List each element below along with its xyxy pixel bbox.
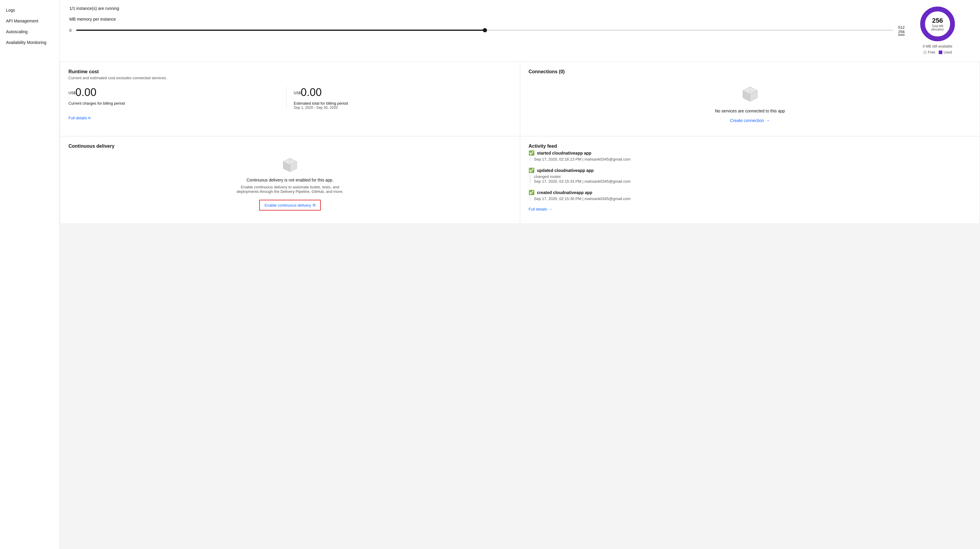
slider-row: 0 512 256 — [69, 25, 905, 35]
no-services-text: No services are connected to this app — [715, 108, 785, 113]
activity-border-2 — [530, 174, 530, 184]
estimated-cost-display: US$0.00 — [294, 86, 512, 99]
activity-changed-label: changed routes — [534, 174, 630, 179]
donut-available: 0 MB still available — [923, 44, 952, 48]
donut-chart: 256 Total MB allocation — [920, 6, 956, 42]
activity-detail-2: changed routes Sep 17, 2020, 02:15:33 PM… — [528, 174, 971, 184]
continuous-delivery-card: Continuous delivery Continuous delivery … — [60, 136, 520, 224]
legend: Free Used — [923, 50, 952, 54]
donut-number: 256 — [929, 17, 947, 24]
activity-meta-1: Sep 17, 2020, 02:16:13 PM | mahsank0345@… — [534, 157, 630, 161]
full-details-link[interactable]: Full details ⧉ — [68, 116, 512, 120]
activity-header-3: ✅ created cloudnativeapp app — [528, 189, 971, 195]
sidebar: Logs API Management Autoscaling Availabi… — [0, 0, 60, 549]
legend-used-dot — [939, 51, 942, 54]
instances-running: 1/1 instance(s) are running — [69, 6, 905, 11]
activity-full-details-link[interactable]: Full details → — [528, 207, 971, 212]
activity-meta-3: Sep 17, 2020, 02:15:30 PM | mahsank0345@… — [534, 196, 630, 201]
runtime-cost-title: Runtime cost — [68, 69, 512, 75]
top-section: 1/1 instance(s) are running MB memory pe… — [60, 0, 980, 62]
sidebar-item-api-management[interactable]: API Management — [0, 16, 59, 26]
activity-title-2: updated cloudnativeapp app — [537, 168, 594, 173]
legend-free-label: Free — [928, 50, 935, 54]
current-cost-label: Current charges for billing period — [68, 101, 286, 105]
memory-label: MB memory per instance — [69, 17, 905, 22]
donut-center: 256 Total MB allocation — [929, 17, 947, 31]
slider-max-label: 512 — [898, 25, 905, 30]
main-content: 1/1 instance(s) are running MB memory pe… — [60, 0, 980, 549]
full-details-label: Full details — [68, 116, 87, 120]
cd-description: Enable continuous delivery to automate b… — [233, 185, 347, 194]
current-cost-display: US$0.00 — [68, 86, 286, 99]
slider-container[interactable] — [76, 30, 893, 31]
activity-feed-card: Activity feed ✅ started cloudnativeapp a… — [520, 136, 980, 224]
enable-cd-label: Enable continuous delivery — [264, 203, 311, 207]
connections-card: Connections (0) No services are connecte… — [520, 62, 980, 136]
activity-title-3: created cloudnativeapp app — [537, 190, 592, 195]
cd-title: Continuous delivery — [68, 143, 512, 149]
legend-free-dot — [923, 51, 927, 54]
legend-used-label: Used — [943, 50, 952, 54]
estimated-cost-label: Estimated total for billing period — [294, 101, 512, 105]
slider-values: 512 256 — [898, 25, 905, 35]
donut-subtitle: Total MB allocation — [929, 24, 947, 31]
enable-cd-icon: ⧉ — [313, 203, 315, 207]
activity-item-1: ✅ started cloudnativeapp app Sep 17, 202… — [528, 150, 971, 161]
slider-track — [76, 30, 893, 31]
activity-arrow-icon: → — [548, 207, 552, 212]
activity-header-2: ✅ updated cloudnativeapp app — [528, 167, 971, 173]
legend-used: Used — [939, 50, 952, 54]
cards-grid: Runtime cost Current and estimated cost … — [60, 62, 980, 224]
check-icon-1: ✅ — [528, 150, 535, 156]
activity-item-3: ✅ created cloudnativeapp app Sep 17, 202… — [528, 189, 971, 201]
runtime-cost-subtitle: Current and estimated cost excludes conn… — [68, 76, 512, 80]
activity-meta-2: Sep 17, 2020, 02:15:33 PM | mahsank0345@… — [534, 179, 630, 184]
enable-cd-button[interactable]: Enable continuous delivery ⧉ — [259, 200, 321, 210]
activity-feed-title: Activity feed — [528, 143, 971, 149]
runtime-cost-card: Runtime cost Current and estimated cost … — [60, 62, 520, 136]
check-icon-3: ✅ — [528, 189, 535, 195]
cube-icon-cd — [281, 156, 299, 174]
sidebar-item-availability-monitoring[interactable]: Availability Monitoring — [0, 37, 59, 48]
activity-changed-routes-2: changed routes Sep 17, 2020, 02:15:33 PM… — [534, 174, 630, 184]
estimated-amount: 0.00 — [301, 86, 322, 99]
connections-empty-state: No services are connected to this app Cr… — [528, 76, 971, 129]
activity-border-3 — [530, 196, 530, 201]
slider-fill — [76, 30, 485, 31]
slider-thumb[interactable] — [483, 28, 487, 32]
cd-empty-state: Continuous delivery is not enabled for t… — [68, 150, 512, 216]
connections-title: Connections (0) — [528, 69, 971, 75]
check-icon-2: ✅ — [528, 167, 535, 173]
activity-header-1: ✅ started cloudnativeapp app — [528, 150, 971, 156]
estimated-cost-block: US$0.00 Estimated total for billing peri… — [286, 86, 512, 110]
arrow-icon-connections: → — [766, 118, 770, 123]
current-amount: 0.00 — [75, 86, 96, 99]
slider-current-value: 256 — [898, 30, 905, 35]
activity-title-1: started cloudnativeapp app — [537, 151, 591, 156]
activity-full-details-label: Full details — [528, 207, 547, 212]
top-left-panel: 1/1 instance(s) are running MB memory pe… — [69, 6, 905, 35]
cd-not-enabled-text: Continuous delivery is not enabled for t… — [247, 178, 333, 182]
current-currency: US$ — [68, 91, 75, 95]
donut-panel: 256 Total MB allocation 0 MB still avail… — [905, 6, 970, 54]
cube-icon-connections — [741, 84, 760, 104]
activity-item-2: ✅ updated cloudnativeapp app changed rou… — [528, 167, 971, 184]
estimated-currency: US$ — [294, 91, 301, 95]
external-link-icon: ⧉ — [88, 116, 91, 120]
sidebar-item-logs[interactable]: Logs — [0, 5, 59, 16]
estimated-period: Sep 1, 2020 - Sep 30, 2020 — [294, 105, 512, 110]
activity-detail-3: Sep 17, 2020, 02:15:30 PM | mahsank0345@… — [528, 196, 971, 201]
create-connection-link[interactable]: Create connection → — [730, 118, 770, 123]
current-cost-block: US$0.00 Current charges for billing peri… — [68, 86, 286, 110]
sidebar-item-autoscaling[interactable]: Autoscaling — [0, 26, 59, 37]
legend-free: Free — [923, 50, 935, 54]
cost-row: US$0.00 Current charges for billing peri… — [68, 86, 512, 110]
activity-detail-1: Sep 17, 2020, 02:16:13 PM | mahsank0345@… — [528, 157, 971, 161]
activity-border-1 — [530, 157, 530, 161]
create-connection-label: Create connection — [730, 118, 764, 123]
slider-min-label: 0 — [69, 28, 72, 33]
